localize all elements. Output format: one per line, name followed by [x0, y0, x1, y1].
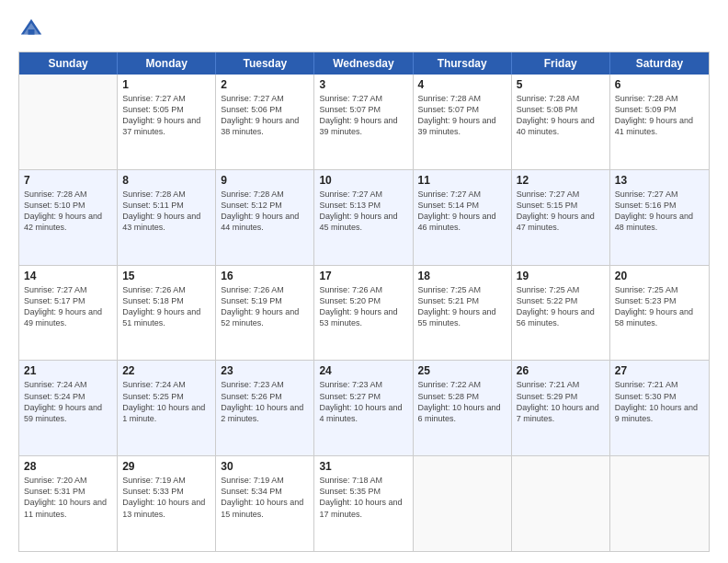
day-number: 14 — [24, 270, 112, 282]
calendar-cell-day-8: 8Sunrise: 7:28 AM Sunset: 5:11 PM Daylig… — [118, 170, 216, 265]
calendar-cell-day-4: 4Sunrise: 7:28 AM Sunset: 5:07 PM Daylig… — [414, 75, 512, 169]
cell-sun-info: Sunrise: 7:27 AM Sunset: 5:06 PM Dayligh… — [221, 93, 309, 138]
cell-sun-info: Sunrise: 7:27 AM Sunset: 5:13 PM Dayligh… — [319, 189, 407, 234]
day-number: 24 — [319, 364, 407, 377]
calendar-cell-day-12: 12Sunrise: 7:27 AM Sunset: 5:15 PM Dayli… — [512, 170, 610, 265]
calendar-cell-day-3: 3Sunrise: 7:27 AM Sunset: 5:07 PM Daylig… — [314, 75, 413, 169]
calendar-header: SundayMondayTuesdayWednesdayThursdayFrid… — [19, 52, 709, 75]
cell-sun-info: Sunrise: 7:26 AM Sunset: 5:19 PM Dayligh… — [221, 284, 309, 329]
header-day-thursday: Thursday — [414, 52, 512, 75]
cell-sun-info: Sunrise: 7:28 AM Sunset: 5:11 PM Dayligh… — [122, 189, 210, 234]
calendar-cell-empty — [19, 75, 118, 169]
header-day-friday: Friday — [512, 52, 610, 75]
cell-sun-info: Sunrise: 7:26 AM Sunset: 5:20 PM Dayligh… — [319, 284, 407, 329]
day-number: 23 — [221, 364, 309, 377]
calendar-page: SundayMondayTuesdayWednesdayThursdayFrid… — [0, 0, 728, 563]
day-number: 17 — [319, 270, 407, 282]
day-number: 29 — [122, 460, 210, 473]
header-day-tuesday: Tuesday — [216, 52, 314, 75]
cell-sun-info: Sunrise: 7:21 AM Sunset: 5:30 PM Dayligh… — [615, 379, 704, 424]
logo — [18, 17, 48, 42]
header-day-monday: Monday — [118, 52, 216, 75]
day-number: 25 — [418, 364, 506, 377]
day-number: 3 — [319, 78, 407, 91]
cell-sun-info: Sunrise: 7:23 AM Sunset: 5:27 PM Dayligh… — [319, 379, 407, 424]
day-number: 27 — [615, 364, 704, 377]
calendar-cell-day-31: 31Sunrise: 7:18 AM Sunset: 5:35 PM Dayli… — [314, 456, 413, 551]
day-number: 19 — [517, 270, 605, 282]
day-number: 31 — [319, 460, 407, 473]
calendar-cell-day-23: 23Sunrise: 7:23 AM Sunset: 5:26 PM Dayli… — [216, 361, 314, 455]
calendar-cell-day-1: 1Sunrise: 7:27 AM Sunset: 5:05 PM Daylig… — [118, 75, 216, 169]
calendar-cell-day-20: 20Sunrise: 7:25 AM Sunset: 5:23 PM Dayli… — [610, 266, 709, 361]
page-header — [18, 17, 710, 42]
calendar-row-2: 7Sunrise: 7:28 AM Sunset: 5:10 PM Daylig… — [19, 170, 709, 266]
cell-sun-info: Sunrise: 7:24 AM Sunset: 5:25 PM Dayligh… — [122, 379, 210, 424]
day-number: 5 — [517, 78, 605, 91]
cell-sun-info: Sunrise: 7:27 AM Sunset: 5:07 PM Dayligh… — [319, 93, 407, 138]
cell-sun-info: Sunrise: 7:27 AM Sunset: 5:16 PM Dayligh… — [615, 189, 704, 234]
header-day-wednesday: Wednesday — [314, 52, 413, 75]
day-number: 28 — [24, 460, 112, 473]
calendar-cell-day-16: 16Sunrise: 7:26 AM Sunset: 5:19 PM Dayli… — [216, 266, 314, 361]
day-number: 11 — [418, 174, 506, 187]
calendar-cell-day-21: 21Sunrise: 7:24 AM Sunset: 5:24 PM Dayli… — [19, 361, 118, 455]
day-number: 1 — [122, 78, 210, 91]
day-number: 21 — [24, 364, 112, 377]
day-number: 8 — [122, 174, 210, 187]
day-number: 6 — [615, 78, 704, 91]
calendar-cell-day-18: 18Sunrise: 7:25 AM Sunset: 5:21 PM Dayli… — [414, 266, 512, 361]
calendar-cell-day-22: 22Sunrise: 7:24 AM Sunset: 5:25 PM Dayli… — [118, 361, 216, 455]
calendar-cell-day-7: 7Sunrise: 7:28 AM Sunset: 5:10 PM Daylig… — [19, 170, 118, 265]
cell-sun-info: Sunrise: 7:27 AM Sunset: 5:15 PM Dayligh… — [517, 189, 605, 234]
calendar-body: 1Sunrise: 7:27 AM Sunset: 5:05 PM Daylig… — [19, 75, 709, 551]
calendar-cell-day-27: 27Sunrise: 7:21 AM Sunset: 5:30 PM Dayli… — [610, 361, 709, 455]
calendar-cell-day-19: 19Sunrise: 7:25 AM Sunset: 5:22 PM Dayli… — [512, 266, 610, 361]
calendar-cell-day-14: 14Sunrise: 7:27 AM Sunset: 5:17 PM Dayli… — [19, 266, 118, 361]
day-number: 15 — [122, 270, 210, 282]
cell-sun-info: Sunrise: 7:22 AM Sunset: 5:28 PM Dayligh… — [418, 379, 506, 424]
day-number: 7 — [24, 174, 112, 187]
cell-sun-info: Sunrise: 7:23 AM Sunset: 5:26 PM Dayligh… — [221, 379, 309, 424]
day-number: 10 — [319, 174, 407, 187]
cell-sun-info: Sunrise: 7:25 AM Sunset: 5:21 PM Dayligh… — [418, 284, 506, 329]
cell-sun-info: Sunrise: 7:27 AM Sunset: 5:14 PM Dayligh… — [418, 189, 506, 234]
day-number: 26 — [517, 364, 605, 377]
cell-sun-info: Sunrise: 7:28 AM Sunset: 5:10 PM Dayligh… — [24, 189, 112, 234]
calendar-cell-day-28: 28Sunrise: 7:20 AM Sunset: 5:31 PM Dayli… — [19, 456, 118, 551]
calendar-cell-day-25: 25Sunrise: 7:22 AM Sunset: 5:28 PM Dayli… — [414, 361, 512, 455]
calendar-cell-day-24: 24Sunrise: 7:23 AM Sunset: 5:27 PM Dayli… — [314, 361, 413, 455]
logo-icon — [18, 17, 44, 42]
cell-sun-info: Sunrise: 7:24 AM Sunset: 5:24 PM Dayligh… — [24, 379, 112, 424]
day-number: 20 — [615, 270, 704, 282]
day-number: 9 — [221, 174, 309, 187]
cell-sun-info: Sunrise: 7:27 AM Sunset: 5:05 PM Dayligh… — [122, 93, 210, 138]
cell-sun-info: Sunrise: 7:27 AM Sunset: 5:17 PM Dayligh… — [24, 284, 112, 329]
cell-sun-info: Sunrise: 7:18 AM Sunset: 5:35 PM Dayligh… — [319, 475, 407, 520]
day-number: 4 — [418, 78, 506, 91]
header-day-sunday: Sunday — [19, 52, 118, 75]
cell-sun-info: Sunrise: 7:19 AM Sunset: 5:33 PM Dayligh… — [122, 475, 210, 520]
calendar-cell-empty — [414, 456, 512, 551]
cell-sun-info: Sunrise: 7:28 AM Sunset: 5:07 PM Dayligh… — [418, 93, 506, 138]
calendar-grid: SundayMondayTuesdayWednesdayThursdayFrid… — [18, 52, 710, 552]
header-day-saturday: Saturday — [610, 52, 709, 75]
cell-sun-info: Sunrise: 7:25 AM Sunset: 5:23 PM Dayligh… — [615, 284, 704, 329]
calendar-row-3: 14Sunrise: 7:27 AM Sunset: 5:17 PM Dayli… — [19, 266, 709, 362]
cell-sun-info: Sunrise: 7:28 AM Sunset: 5:08 PM Dayligh… — [517, 93, 605, 138]
calendar-cell-empty — [610, 456, 709, 551]
calendar-cell-day-9: 9Sunrise: 7:28 AM Sunset: 5:12 PM Daylig… — [216, 170, 314, 265]
calendar-row-1: 1Sunrise: 7:27 AM Sunset: 5:05 PM Daylig… — [19, 75, 709, 170]
svg-rect-2 — [28, 29, 35, 35]
cell-sun-info: Sunrise: 7:28 AM Sunset: 5:12 PM Dayligh… — [221, 189, 309, 234]
day-number: 13 — [615, 174, 704, 187]
cell-sun-info: Sunrise: 7:21 AM Sunset: 5:29 PM Dayligh… — [517, 379, 605, 424]
calendar-cell-day-10: 10Sunrise: 7:27 AM Sunset: 5:13 PM Dayli… — [314, 170, 413, 265]
day-number: 22 — [122, 364, 210, 377]
cell-sun-info: Sunrise: 7:28 AM Sunset: 5:09 PM Dayligh… — [615, 93, 704, 138]
calendar-row-4: 21Sunrise: 7:24 AM Sunset: 5:24 PM Dayli… — [19, 361, 709, 456]
calendar-cell-empty — [512, 456, 610, 551]
day-number: 16 — [221, 270, 309, 282]
cell-sun-info: Sunrise: 7:19 AM Sunset: 5:34 PM Dayligh… — [221, 475, 309, 520]
cell-sun-info: Sunrise: 7:20 AM Sunset: 5:31 PM Dayligh… — [24, 475, 112, 520]
